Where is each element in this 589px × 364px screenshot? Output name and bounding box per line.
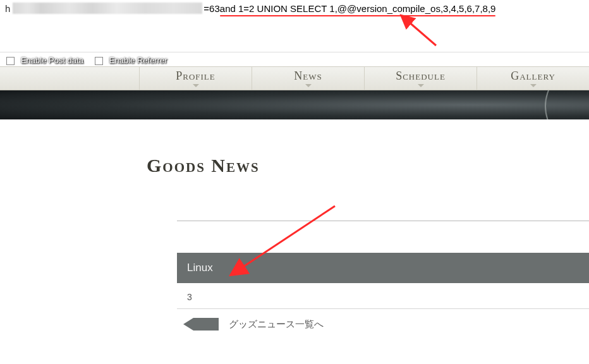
address-bar-area: h =63 and 1=2 UNION SELECT 1,@@version_c… xyxy=(0,0,589,52)
enable-referrer-label: Enable Referrer xyxy=(109,56,167,65)
enable-post-data-option[interactable]: Enable Post data xyxy=(6,55,83,65)
request-options-row: Enable Post data Enable Referrer xyxy=(0,52,589,66)
news-item-subvalue: 3 xyxy=(177,283,589,309)
checkbox-icon xyxy=(6,57,15,65)
divider xyxy=(177,221,589,221)
nav-item-profile[interactable]: Profile xyxy=(139,67,252,90)
url-injection-payload: and 1=2 UNION SELECT 1,@@version_compile… xyxy=(220,3,496,14)
url-prefix: h xyxy=(5,3,10,14)
nav-item-gallery[interactable]: Gallery xyxy=(477,67,589,90)
news-section: Linux 3 グッズニュース一覧へ xyxy=(177,221,589,331)
nav-item-news[interactable]: News xyxy=(252,67,364,90)
url-tail-plain: =63 xyxy=(203,3,219,14)
annotation-underline xyxy=(220,15,496,16)
enable-post-data-label: Enable Post data xyxy=(21,56,83,65)
enable-referrer-option[interactable]: Enable Referrer xyxy=(95,55,167,65)
banner-decoration xyxy=(545,90,589,119)
page-heading: Goods News xyxy=(147,155,589,176)
news-item-title: Linux xyxy=(187,262,213,274)
checkbox-icon xyxy=(95,57,103,65)
page-content: Goods News Linux 3 グッズニュース一覧へ xyxy=(0,119,589,331)
hero-banner xyxy=(0,90,589,119)
back-link[interactable]: グッズニュース一覧へ xyxy=(229,318,324,331)
back-link-row: グッズニュース一覧へ xyxy=(177,309,589,331)
url-redacted-segment xyxy=(13,3,202,14)
news-item-title-bar: Linux xyxy=(177,253,589,283)
main-nav: Profile News Schedule Gallery xyxy=(0,66,589,90)
nav-item-schedule[interactable]: Schedule xyxy=(364,67,477,90)
address-bar[interactable]: h =63 and 1=2 UNION SELECT 1,@@version_c… xyxy=(5,3,584,14)
back-arrow-icon[interactable] xyxy=(183,318,219,331)
